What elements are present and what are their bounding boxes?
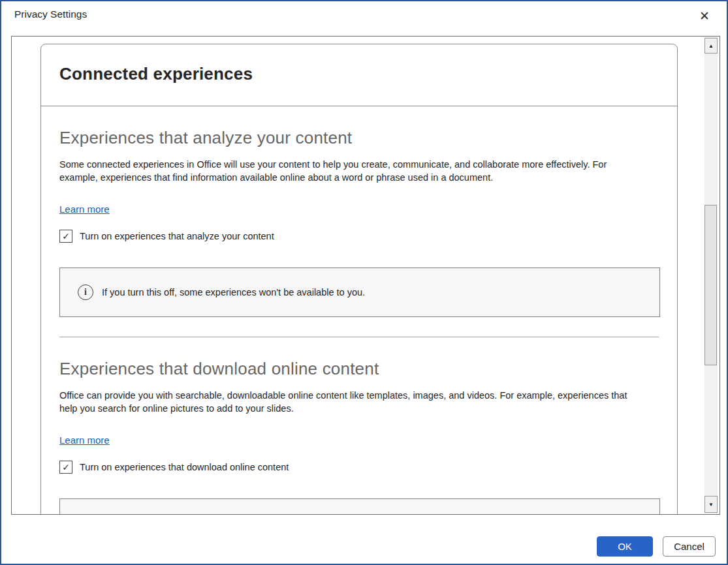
ok-button[interactable]: OK	[597, 536, 653, 557]
section-description: Office can provide you with searchable, …	[59, 389, 646, 415]
checkbox-label: Turn on experiences that analyze your co…	[80, 231, 274, 241]
content-viewport: Connected experiences Experiences that a…	[11, 36, 720, 515]
section-download-content: Experiences that download online content…	[59, 359, 659, 515]
cancel-button[interactable]: Cancel	[663, 536, 716, 557]
info-icon: i	[78, 284, 93, 300]
scrollbar-thumb[interactable]	[704, 205, 717, 365]
scroll-down-icon[interactable]: ▼	[704, 496, 718, 513]
analyze-content-checkbox[interactable]: ✓	[59, 230, 72, 243]
download-content-checkbox[interactable]: ✓	[59, 461, 72, 474]
vertical-scrollbar[interactable]: ▲ ▼	[704, 37, 718, 514]
page-title: Connected experiences	[59, 64, 659, 84]
close-icon[interactable]: ✕	[695, 7, 714, 25]
info-box-download: i If you turn this off, some experiences…	[59, 498, 660, 515]
connected-experiences-card: Connected experiences Experiences that a…	[40, 44, 678, 515]
checkbox-row-download: ✓ Turn on experiences that download onli…	[59, 461, 659, 474]
section-heading: Experiences that download online content	[59, 359, 659, 379]
title-bar: Privacy Settings ✕	[1, 1, 727, 36]
info-message: If you turn this off, some experiences w…	[102, 287, 365, 298]
section-analyze-content: Experiences that analyze your content So…	[59, 128, 659, 337]
card-body: Experiences that analyze your content So…	[41, 128, 677, 515]
dialog-title: Privacy Settings	[14, 8, 87, 20]
privacy-settings-dialog: { "dialog": { "title": "Privacy Settings…	[0, 0, 728, 565]
section-divider	[59, 337, 659, 337]
learn-more-link-analyze[interactable]: Learn more	[59, 204, 110, 215]
info-box-analyze: i If you turn this off, some experiences…	[59, 267, 660, 317]
section-description: Some connected experiences in Office wil…	[59, 158, 646, 184]
section-heading: Experiences that analyze your content	[59, 128, 659, 148]
scroll-up-icon[interactable]: ▲	[704, 38, 718, 53]
checkbox-row-analyze: ✓ Turn on experiences that analyze your …	[59, 230, 659, 243]
learn-more-link-download[interactable]: Learn more	[59, 435, 110, 446]
card-header: Connected experiences	[41, 44, 677, 106]
checkbox-label: Turn on experiences that download online…	[80, 462, 289, 472]
